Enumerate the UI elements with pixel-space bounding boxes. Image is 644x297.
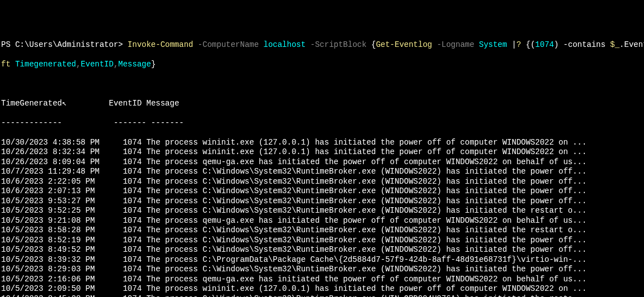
table-row: 10/4/2023 8:45:28 PM 1074 The process C:… xyxy=(1,294,643,298)
table-row: 10/5/2023 9:53:27 PM 1074 The process C:… xyxy=(1,197,643,207)
table-row: 10/26/2023 8:09:04 PM 1074 The process q… xyxy=(1,157,643,167)
table-header-sep: ------------- ------- ------- xyxy=(1,118,643,128)
table-header: TimeGenerated↖ EventID Message xyxy=(1,99,643,109)
table-row: 10/5/2023 8:52:19 PM 1074 The process C:… xyxy=(1,236,643,246)
table-row: 10/5/2023 9:52:25 PM 1074 The process C:… xyxy=(1,206,643,216)
table-row: 10/5/2023 8:29:03 PM 1074 The process C:… xyxy=(1,265,643,275)
table-row: 10/6/2023 2:22:05 PM 1074 The process C:… xyxy=(1,177,643,187)
table-row: 10/5/2023 8:58:28 PM 1074 The process C:… xyxy=(1,226,643,236)
header-timegenerated: TimeGenerated xyxy=(1,99,62,108)
table-row: 10/26/2023 8:32:34 PM 1074 The process w… xyxy=(1,147,643,157)
table-row: 10/5/2023 9:21:08 PM 1074 The process qe… xyxy=(1,216,643,226)
table-row: 10/5/2023 2:16:06 PM 1074 The process qe… xyxy=(1,275,643,285)
table-row: 10/5/2023 2:09:50 PM 1074 The process wi… xyxy=(1,284,643,294)
table-row: 10/5/2023 8:39:32 PM 1074 The process C:… xyxy=(1,255,643,265)
header-eventid: EventID xyxy=(109,99,142,108)
table-row: 10/30/2023 4:38:58 PM 1074 The process w… xyxy=(1,138,643,148)
blank-line xyxy=(1,79,643,89)
command-line-2[interactable]: ft Timegenerated,EventID,Message} xyxy=(1,60,643,70)
table-row: 10/7/2023 11:29:48 PM 1074 The process C… xyxy=(1,167,643,177)
command-line-1[interactable]: PS C:\Users\Administrator> Invoke-Comman… xyxy=(1,40,643,50)
table-row: 10/5/2023 8:49:52 PM 1074 The process C:… xyxy=(1,245,643,255)
header-message: Message xyxy=(147,99,180,108)
cursor-icon: ↖ xyxy=(62,99,66,108)
table-row: 10/6/2023 2:07:13 PM 1074 The process C:… xyxy=(1,186,643,197)
